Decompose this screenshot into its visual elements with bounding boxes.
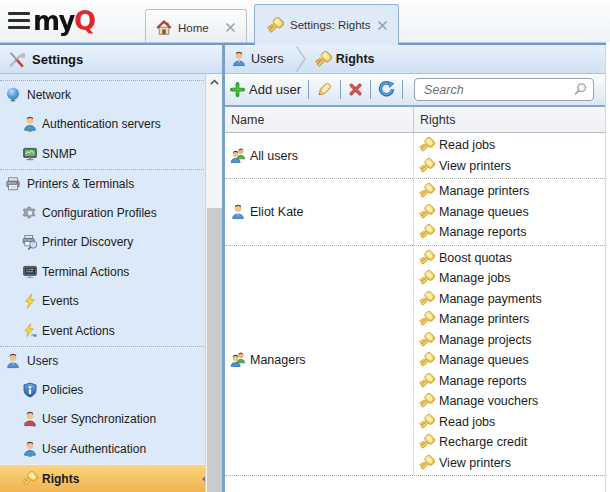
delete-button[interactable] bbox=[348, 82, 363, 97]
key-icon bbox=[419, 250, 435, 266]
right-label: Manage reports bbox=[439, 374, 527, 388]
globe-icon bbox=[5, 87, 21, 103]
sidebar-item-snmp[interactable]: SNMP bbox=[0, 139, 222, 169]
printer-icon bbox=[5, 176, 21, 192]
key-icon bbox=[419, 204, 435, 220]
row-name-label: Eliot Kate bbox=[250, 205, 304, 219]
sidebar-item-configuration-profiles[interactable]: Configuration Profiles bbox=[0, 198, 222, 228]
right-item: Manage payments bbox=[419, 289, 605, 310]
name-cell: Eliot Kate bbox=[225, 179, 414, 245]
sidebar-item-event-actions[interactable]: Event Actions bbox=[0, 316, 222, 346]
right-label: Recharge credit bbox=[439, 435, 527, 449]
sidebar-item-label: Policies bbox=[42, 383, 83, 397]
sidebar-item-printer-discovery[interactable]: Printer Discovery bbox=[0, 228, 222, 258]
user-icon bbox=[22, 116, 38, 132]
scrollbar-thumb[interactable] bbox=[207, 208, 222, 492]
right-item: Recharge credit bbox=[419, 432, 605, 453]
add-user-button[interactable]: Add user bbox=[230, 82, 301, 97]
column-header-name[interactable]: Name bbox=[225, 107, 414, 132]
edit-pencil-icon bbox=[316, 81, 333, 98]
group-icon bbox=[230, 352, 246, 368]
sidebar-list: Network Authentication servers SNMP Prin… bbox=[0, 74, 222, 492]
right-label: Read jobs bbox=[439, 138, 495, 152]
sidebar-item-events[interactable]: Events bbox=[0, 287, 222, 317]
table-row-all-users[interactable]: All users Read jobs View printers bbox=[225, 133, 605, 179]
user-sync-icon bbox=[22, 411, 38, 427]
sidebar-item-user-synchronization[interactable]: User Synchronization bbox=[0, 405, 222, 435]
magnifier-icon[interactable] bbox=[573, 82, 588, 97]
user-auth-icon bbox=[22, 441, 38, 457]
key-icon bbox=[419, 158, 435, 174]
key-icon bbox=[419, 291, 435, 307]
sidebar-item-authentication-servers[interactable]: Authentication servers bbox=[0, 110, 222, 140]
right-item: Read jobs bbox=[419, 135, 605, 156]
menu-icon[interactable] bbox=[8, 12, 30, 29]
breadcrumb: Users Rights bbox=[225, 45, 605, 74]
sidebar-item-label: Users bbox=[27, 354, 58, 368]
logo-text-q: Q bbox=[74, 6, 95, 36]
tools-icon bbox=[8, 51, 25, 68]
sidebar-item-terminal-actions[interactable]: Terminal Actions bbox=[0, 257, 222, 287]
toolbar-separator bbox=[402, 80, 403, 99]
group-icon bbox=[230, 148, 246, 164]
sidebar-item-users[interactable]: Users bbox=[0, 346, 222, 376]
rights-cell: Manage printers Manage queues Manage rep… bbox=[414, 179, 605, 245]
key-icon bbox=[419, 393, 435, 409]
table-row-managers[interactable]: Managers Boost quotas Manage jobs Manage… bbox=[225, 246, 605, 477]
sidebar-item-rights[interactable]: Rights bbox=[0, 464, 222, 492]
close-icon[interactable] bbox=[377, 20, 388, 31]
top-tab-bar: myQ Home Settings: Rights bbox=[0, 0, 610, 42]
key-icon bbox=[315, 51, 332, 68]
myq-settings-window: myQ Home Settings: Rights Settings Netwo… bbox=[0, 0, 610, 492]
edit-button[interactable] bbox=[316, 81, 333, 98]
right-item: Manage queues bbox=[419, 350, 605, 371]
sidebar-item-label: Printers & Terminals bbox=[27, 177, 134, 191]
breadcrumb-users[interactable]: Users bbox=[251, 52, 284, 66]
key-icon bbox=[419, 137, 435, 153]
refresh-button[interactable] bbox=[378, 81, 395, 98]
key-icon bbox=[419, 270, 435, 286]
logo-text-my: my bbox=[33, 6, 74, 36]
sidebar-item-label: User Authentication bbox=[42, 442, 146, 456]
sidebar-item-label: Configuration Profiles bbox=[42, 206, 157, 220]
sidebar-item-user-authentication[interactable]: User Authentication bbox=[0, 434, 222, 464]
settings-sidebar: Settings Network Authentication servers … bbox=[0, 45, 225, 492]
sidebar-item-printers-terminals[interactable]: Printers & Terminals bbox=[0, 169, 222, 199]
name-cell: Managers bbox=[225, 246, 414, 476]
key-icon bbox=[22, 471, 38, 487]
toolbar-separator bbox=[340, 80, 341, 99]
scroll-up-button[interactable] bbox=[206, 74, 222, 91]
right-item: View printers bbox=[419, 453, 605, 474]
rights-panel: Users Rights Add user bbox=[225, 45, 606, 492]
monitor-icon bbox=[22, 146, 38, 162]
sidebar-item-label: Printer Discovery bbox=[42, 235, 133, 249]
add-user-label: Add user bbox=[249, 82, 301, 97]
row-name-label: Managers bbox=[250, 353, 306, 367]
table-row-eliot-kate[interactable]: Eliot Kate Manage printers Manage queues… bbox=[225, 179, 605, 246]
right-item: Read jobs bbox=[419, 412, 605, 433]
search-input[interactable] bbox=[414, 78, 594, 101]
sidebar-item-policies[interactable]: Policies bbox=[0, 375, 222, 405]
right-label: Manage queues bbox=[439, 205, 529, 219]
column-header-rights[interactable]: Rights bbox=[414, 107, 605, 132]
sidebar-item-network[interactable]: Network bbox=[0, 80, 222, 110]
right-item: View printers bbox=[419, 156, 605, 177]
close-icon[interactable] bbox=[225, 22, 236, 33]
sidebar-item-label: Terminal Actions bbox=[42, 265, 129, 279]
right-item: Manage reports bbox=[419, 371, 605, 392]
key-icon bbox=[419, 455, 435, 471]
key-icon bbox=[419, 332, 435, 348]
toolbar-separator bbox=[370, 80, 371, 99]
right-label: Manage printers bbox=[439, 184, 529, 198]
right-item: Manage jobs bbox=[419, 268, 605, 289]
sidebar-item-label: SNMP bbox=[42, 147, 77, 161]
toolbar-separator bbox=[308, 80, 309, 99]
chevron-right-icon bbox=[296, 46, 306, 72]
tab-home[interactable]: Home bbox=[145, 9, 247, 45]
tab-settings-rights[interactable]: Settings: Rights bbox=[254, 4, 399, 45]
sidebar-item-label: Events bbox=[42, 294, 79, 308]
key-icon bbox=[267, 17, 284, 34]
sidebar-scrollbar[interactable] bbox=[205, 74, 222, 492]
key-icon bbox=[419, 414, 435, 430]
name-cell: All users bbox=[225, 133, 414, 178]
